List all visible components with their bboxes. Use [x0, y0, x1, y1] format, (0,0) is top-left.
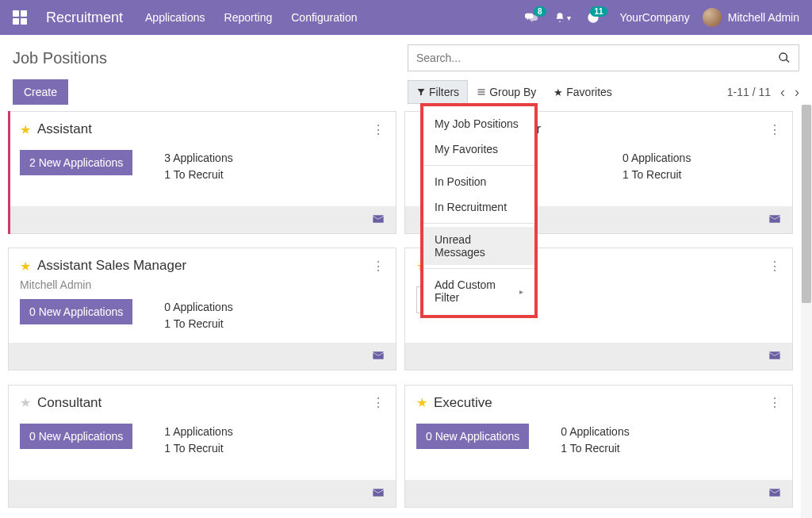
scrollbar[interactable] — [801, 105, 812, 518]
job-subtitle: Mitchell Admin — [9, 278, 396, 291]
favorites-button[interactable]: ★ Favorites — [545, 80, 621, 104]
new-applications-button[interactable]: 2 New Applications — [20, 150, 132, 175]
job-card[interactable]: ★ Assistant Sales Manager ⋮ Mitchell Adm… — [8, 247, 396, 370]
kanban-board: ★ Assistant ⋮ 2 New Applications 3 Appli… — [0, 105, 801, 518]
filter-my-favorites[interactable]: My Favorites — [423, 136, 534, 162]
top-navbar: Recruitment Applications Reporting Confi… — [0, 0, 812, 35]
new-applications-button[interactable]: 0 New Applications — [20, 424, 132, 449]
card-menu-icon[interactable]: ⋮ — [768, 395, 781, 410]
job-title: Assistant Sales Manager — [37, 258, 186, 274]
card-menu-icon[interactable]: ⋮ — [372, 395, 385, 410]
search-icon[interactable] — [778, 52, 791, 64]
card-menu-icon[interactable]: ⋮ — [372, 259, 385, 274]
filter-my-job-positions[interactable]: My Job Positions — [423, 111, 534, 136]
activities-badge: 11 — [590, 6, 607, 17]
job-title: Assistant — [37, 121, 92, 137]
job-card[interactable]: ★ Executive ⋮ 0 New Applications 0 Appli… — [404, 385, 793, 508]
envelope-icon[interactable] — [372, 350, 385, 363]
chevron-right-icon: ▸ — [519, 287, 523, 296]
envelope-icon[interactable] — [768, 350, 781, 363]
filters-button[interactable]: Filters — [408, 80, 468, 104]
filter-unread-messages[interactable]: Unread Messages — [423, 227, 534, 265]
job-stats: 3 Applications 1 To Recruit — [164, 150, 232, 183]
nav-reporting[interactable]: Reporting — [224, 11, 273, 24]
job-stats: 1 Applications 1 To Recruit — [164, 424, 232, 457]
user-menu[interactable]: Mitchell Admin — [703, 8, 799, 27]
filter-add-custom[interactable]: Add Custom Filter ▸ — [423, 272, 534, 310]
app-name[interactable]: Recruitment — [46, 10, 123, 26]
job-card[interactable]: ★ Assistant ⋮ 2 New Applications 3 Appli… — [8, 111, 396, 234]
create-button[interactable]: Create — [13, 79, 68, 105]
job-stats: 0 Applications 1 To Recruit — [561, 424, 629, 457]
envelope-icon[interactable] — [768, 487, 781, 500]
search-box[interactable] — [408, 44, 799, 71]
envelope-icon[interactable] — [372, 213, 385, 226]
messages-badge: 8 — [534, 6, 546, 17]
favorite-star-icon[interactable]: ★ — [20, 395, 31, 410]
new-applications-button[interactable]: 0 New Applications — [416, 424, 529, 449]
search-input[interactable] — [416, 52, 778, 64]
apps-switcher[interactable] — [13, 10, 36, 25]
favorite-star-icon[interactable]: ★ — [20, 259, 31, 274]
company-selector[interactable]: YourCompany — [620, 11, 690, 24]
card-menu-icon[interactable]: ⋮ — [372, 122, 385, 137]
nav-configuration[interactable]: Configuration — [291, 11, 357, 24]
job-card[interactable]: ★ Consultant ⋮ 0 New Applications 1 Appl… — [8, 385, 396, 508]
filter-in-position[interactable]: In Position — [423, 169, 534, 194]
filter-in-recruitment[interactable]: In Recruitment — [423, 194, 534, 220]
star-icon: ★ — [553, 86, 563, 98]
envelope-icon[interactable] — [372, 487, 385, 500]
page-title: Job Positions — [13, 49, 107, 67]
activities-icon[interactable]: 11 — [587, 11, 599, 24]
job-stats: 0 Applications 1 To Recruit — [622, 150, 691, 183]
pager: 1-11 / 11 ‹ › — [727, 84, 799, 101]
messages-icon[interactable]: 8 — [524, 11, 538, 24]
list-icon — [477, 87, 486, 97]
user-name: Mitchell Admin — [728, 11, 799, 24]
pager-prev[interactable]: ‹ — [780, 84, 785, 101]
user-avatar — [703, 8, 722, 27]
favorite-star-icon[interactable]: ★ — [416, 395, 427, 410]
job-title: Executive — [434, 395, 492, 411]
card-menu-icon[interactable]: ⋮ — [768, 122, 781, 137]
favorite-star-icon[interactable]: ★ — [20, 122, 31, 137]
filters-dropdown: My Job Positions My Favorites In Positio… — [420, 103, 538, 318]
job-stats: 0 Applications 1 To Recruit — [164, 299, 232, 332]
pager-text: 1-11 / 11 — [727, 86, 771, 98]
pager-next[interactable]: › — [795, 84, 799, 101]
new-applications-button[interactable]: 0 New Applications — [20, 299, 132, 324]
notifications-icon[interactable]: ▾ — [554, 11, 571, 24]
apps-icon — [13, 10, 27, 25]
control-bar: Job Positions Create Filters Group By ★ … — [0, 35, 812, 105]
envelope-icon[interactable] — [768, 213, 781, 226]
funnel-icon — [416, 87, 426, 97]
groupby-button[interactable]: Group By — [468, 80, 545, 104]
scroll-thumb[interactable] — [802, 105, 811, 303]
nav-applications[interactable]: Applications — [145, 11, 205, 24]
job-title: Consultant — [37, 395, 102, 411]
card-menu-icon[interactable]: ⋮ — [768, 259, 781, 274]
